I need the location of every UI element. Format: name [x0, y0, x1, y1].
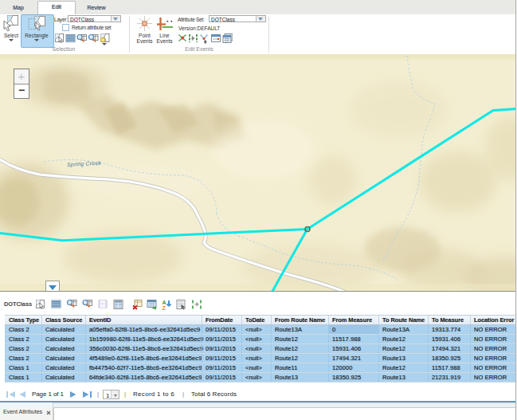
svg-text:A: A	[163, 300, 166, 305]
svg-text:Z: Z	[163, 305, 166, 311]
